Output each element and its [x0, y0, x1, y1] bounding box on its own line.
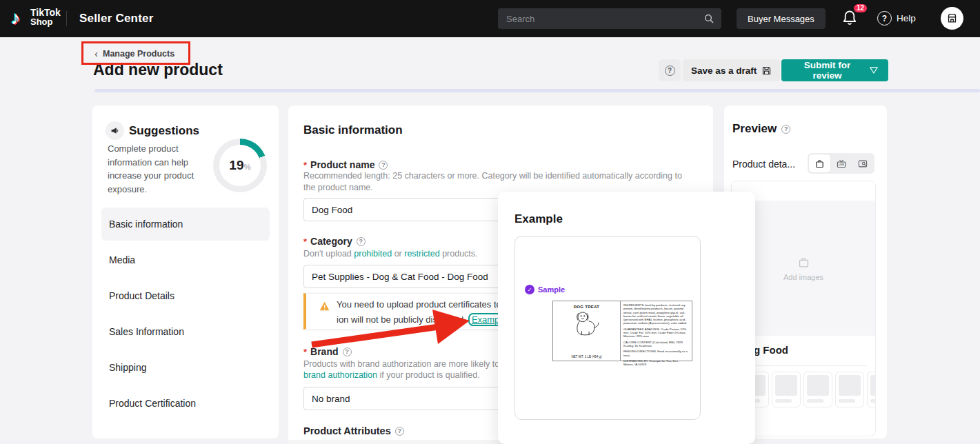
skeleton-card [772, 372, 801, 407]
question-icon[interactable]: ? [343, 347, 352, 356]
progress-value: 19 [229, 158, 243, 173]
progress-percent-sign: % [243, 163, 250, 171]
question-icon: ? [665, 65, 675, 76]
brand-label: * Brand ? [303, 346, 352, 357]
label-calorie: CALORIE CONTENT (Calculated, ME): 2929 K… [623, 341, 689, 348]
help-label: Help [897, 13, 916, 23]
brand-authorization-link[interactable]: brand authorization [303, 370, 377, 380]
sample-badge: ✓ Sample [525, 285, 565, 294]
preview-tab-label: Product deta... [732, 159, 795, 170]
submit-review-label: Submit for review [791, 60, 863, 81]
logo-line1: TikTok [30, 8, 61, 17]
completion-progress-ring: 19 % [213, 139, 267, 192]
live-tv-icon: LIVE [836, 159, 847, 169]
sidebar-item-shipping[interactable]: Shipping [101, 351, 270, 384]
add-images-bag-icon [797, 256, 810, 269]
restricted-link[interactable]: restricted [404, 249, 439, 259]
breadcrumb-label: Manage Products [103, 49, 174, 59]
save-draft-button[interactable]: Save as a draft [683, 59, 780, 81]
label-feeding: FEEDING DIRECTIONS: Feed occasionally as… [623, 350, 689, 357]
suggestions-title: Suggestions [129, 124, 199, 138]
label-left-panel: DOG TREAT NET WT. 1 LB (454 g) [553, 301, 621, 361]
skeleton-card [803, 372, 832, 407]
section-title: Basic information [303, 123, 403, 137]
question-icon[interactable]: ? [357, 237, 366, 246]
product-name-helper: Recommended length: 25 characters or mor… [303, 170, 691, 194]
preview-mode-search[interactable] [852, 154, 873, 172]
global-search[interactable] [498, 8, 721, 29]
nav-divider [66, 11, 67, 26]
skeleton-card [867, 372, 876, 407]
sample-label: Sample [538, 285, 565, 294]
page-help-button[interactable]: ? [659, 59, 681, 81]
label-distributed: DISTRIBUTED BY: Example for You, Des Moi… [623, 359, 689, 367]
product-attributes-title: Product Attributes ? [303, 425, 404, 436]
preview-mode-switch: LIVE [808, 153, 874, 174]
question-icon[interactable]: ? [379, 161, 388, 170]
submit-review-button[interactable]: Submit for review [781, 59, 888, 81]
notification-count-badge: 12 [852, 3, 868, 14]
required-asterisk: * [303, 236, 307, 247]
label-net-weight: NET WT. 1 LB (454 g) [572, 355, 602, 359]
breadcrumb-manage-products[interactable]: ‹ Manage Products [94, 49, 174, 59]
sidebar-item-basic-information[interactable]: Basic information [101, 208, 270, 241]
category-helper: Don't upload prohibited or restricted pr… [303, 248, 478, 260]
required-asterisk: * [303, 347, 307, 357]
dog-illustration [571, 309, 603, 338]
suggestions-description: Complete product information can help in… [108, 142, 214, 196]
suggestions-panel: Suggestions Complete product information… [92, 105, 279, 438]
shopping-bag-icon [814, 159, 825, 169]
app-name: Seller Center [79, 12, 153, 26]
question-icon[interactable]: ? [395, 427, 404, 436]
scroll-progress-bar [94, 89, 980, 92]
megaphone-icon [106, 121, 124, 140]
add-images-label: Add images [783, 273, 823, 281]
storefront-icon [946, 12, 958, 24]
example-popup: Example ✓ Sample DOG TREAT NET WT. 1 LB … [498, 192, 755, 444]
skeleton-card [835, 372, 864, 407]
send-icon [869, 65, 879, 75]
svg-text:LIVE: LIVE [839, 163, 844, 166]
save-draft-label: Save as a draft [691, 65, 757, 76]
preview-mode-product-detail[interactable] [809, 154, 830, 172]
warning-icon [319, 301, 330, 311]
sidebar-item-product-details[interactable]: Product Details [101, 279, 270, 312]
sample-check-icon: ✓ [525, 285, 534, 294]
tiktok-shop-logo[interactable]: TikTok Shop [30, 8, 61, 27]
tiktok-logo-icon: ♪ [11, 8, 21, 29]
chevron-left-icon: ‹ [94, 50, 98, 58]
search-icon[interactable] [703, 13, 714, 24]
search-input[interactable] [498, 8, 721, 29]
buyer-messages-button[interactable]: Buyer Messages [737, 8, 826, 29]
label-right-panel: INGREDIENTS: beef by-products, textured … [621, 301, 692, 361]
warning-line1: You need to upload product certificates … [337, 299, 501, 310]
top-navbar: ♪ TikTok Shop Seller Center Buyer Messag… [0, 0, 980, 37]
product-name-label: * Product name ? [303, 159, 388, 170]
sidebar-item-media[interactable]: Media [101, 243, 270, 276]
preview-title: Preview ? [732, 122, 790, 136]
question-icon[interactable]: ? [781, 125, 790, 134]
recommendation-skeleton-row [740, 372, 876, 407]
label-ingredients: INGREDIENTS: beef by-products, textured … [623, 303, 689, 325]
help-icon: ? [877, 11, 892, 26]
example-image-frame: ✓ Sample DOG TREAT NET WT. 1 LB (454 g) … [514, 236, 701, 420]
page-search-icon [857, 159, 868, 169]
warning-line2: ion will not be publicly displayed.Examp… [337, 313, 510, 326]
logo-line2: Shop [30, 17, 61, 27]
category-label: * Category ? [303, 236, 366, 247]
section-nav: Basic information Media Product Details … [101, 208, 270, 423]
help-menu[interactable]: ? Help [877, 11, 916, 26]
preview-mode-live[interactable]: LIVE [830, 154, 852, 172]
shop-avatar[interactable] [941, 7, 963, 30]
prohibited-link[interactable]: prohibited [354, 249, 392, 259]
preview-divider [740, 365, 867, 366]
example-popup-title: Example [514, 212, 563, 226]
label-analysis: GUARANTEED ANALYSIS: Crude Protein: 52% … [623, 327, 689, 339]
sidebar-item-sales-information[interactable]: Sales Information [101, 315, 270, 348]
sidebar-item-product-certification[interactable]: Product Certification [101, 387, 270, 420]
save-icon [761, 65, 772, 76]
dog-treat-label: DOG TREAT NET WT. 1 LB (454 g) INGREDIEN… [552, 301, 692, 361]
required-asterisk: * [303, 160, 307, 170]
